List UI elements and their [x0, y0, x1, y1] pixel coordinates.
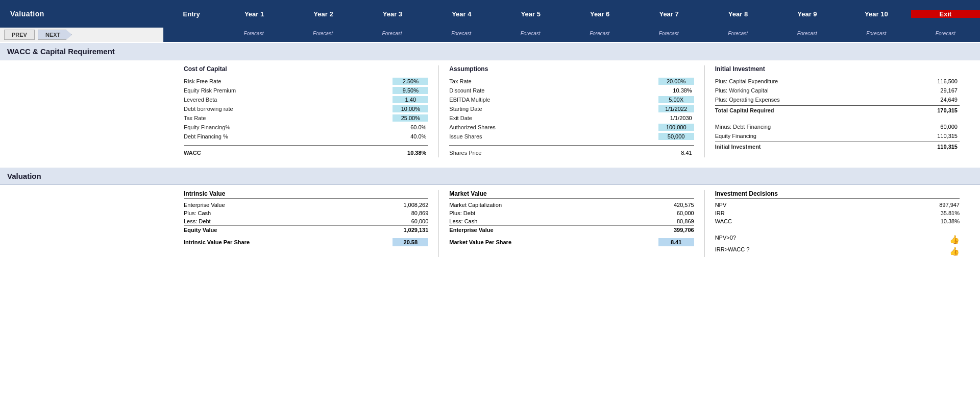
row-capex: Plus: Capital Expenditure 116,500 [715, 77, 960, 86]
spacer [715, 115, 960, 122]
row-plus-cash-intrinsic: Plus: Cash 80,869 [184, 209, 428, 217]
row-equity-financing-pct: Equity Financing% 60.0% [184, 123, 428, 132]
row-levered-beta: Levered Beta 1.40 [184, 95, 428, 104]
intrinsic-per-share-label: Intrinsic Value Per Share [184, 239, 250, 245]
valuation-content: Intrinsic Value Enterprise Value 1,008,2… [0, 185, 980, 262]
row-irr: IRR 35.81% [715, 209, 960, 217]
row-total-capital: Total Capital Required 170,315 [715, 105, 960, 115]
nav-bar: PREV NEXT [0, 28, 163, 42]
intrinsic-value-col: Intrinsic Value Enterprise Value 1,008,2… [174, 190, 438, 257]
row-enterprise-value-market: Enterprise Value 399,706 [449, 226, 694, 234]
wacc-content: Cost of Capital Risk Free Rate 2.50% Equ… [0, 60, 980, 162]
row-discount-rate: Discount Rate 10.38% [449, 86, 694, 95]
row-debt-financing: Minus: Debt Financing 60,000 [715, 122, 960, 131]
sub-forecast-4: Forecast [427, 28, 496, 42]
sub-header-cols: Forecast Forecast Forecast Forecast Fore… [163, 28, 980, 42]
row-working-capital: Plus: Working Capital 29,167 [715, 86, 960, 95]
row-exit-date: Exit Date 1/1/2030 [449, 113, 694, 123]
market-value-col: Market Value Market Capitalization 420,5… [438, 190, 704, 257]
market-per-share-row: Market Value Per Share 8.41 [449, 238, 694, 246]
header-year6: Year 6 [565, 10, 634, 18]
assumptions-title: Assumptions [449, 65, 694, 74]
row-tax-rate-wacc: Tax Rate 25.00% [184, 113, 428, 123]
cost-of-capital-block: Cost of Capital Risk Free Rate 2.50% Equ… [174, 65, 438, 157]
header-entry: Entry [163, 10, 219, 18]
header-columns: Entry Year 1 Year 2 Year 3 Year 4 Year 5… [163, 0, 980, 28]
row-authorized-shares: Authorized Shares 100,000 [449, 123, 694, 132]
header-exit: Exit [911, 10, 980, 18]
sub-forecast-6: Forecast [565, 28, 634, 42]
market-value-title: Market Value [449, 190, 694, 199]
row-wacc: WACC 10.38% [184, 148, 428, 157]
row-issue-shares: Issue Shares 50,000 [449, 132, 694, 141]
row-equity-value-intrinsic: Equity Value 1,029,131 [184, 226, 428, 234]
market-per-share-value: 8.41 [658, 238, 694, 246]
row-equity-financing: Equity Financing 110,315 [715, 131, 960, 141]
sub-forecast-5: Forecast [496, 28, 565, 42]
header-year4: Year 4 [427, 10, 496, 18]
sub-forecast-8: Forecast [703, 28, 773, 42]
row-irr-wacc: IRR>WACC ? 👍 [715, 245, 960, 257]
sub-header-wrapper: PREV NEXT Forecast Forecast Forecast For… [0, 28, 980, 42]
valuation-three-col: Intrinsic Value Enterprise Value 1,008,2… [174, 190, 970, 257]
investment-decisions-col: Investment Decisions NPV 897,947 IRR 35.… [704, 190, 970, 257]
row-starting-date: Starting Date 1/1/2022 [449, 104, 694, 113]
row-tax-rate-assumptions: Tax Rate 20.00% [449, 77, 694, 86]
sub-forecast-2: Forecast [288, 28, 358, 42]
header-year7: Year 7 [634, 10, 703, 18]
sub-forecast-exit: Forecast [911, 28, 980, 42]
row-equity-risk-premium: Equity Risk Premium 9.50% [184, 86, 428, 95]
initial-investment-block: Initial Investment Plus: Capital Expendi… [704, 65, 970, 157]
row-plus-debt-market: Plus: Debt 60,000 [449, 209, 694, 217]
row-npv-positive: NPV>0? 👍 [715, 234, 960, 245]
intrinsic-per-share-value: 20.58 [393, 238, 428, 246]
row-ebitda-multiple: EBITDA Multiple 5.00X [449, 95, 694, 104]
sub-forecast-9: Forecast [772, 28, 842, 42]
wacc-section-header: WACC & Capital Requirement [0, 43, 980, 60]
investment-decisions-title: Investment Decisions [715, 190, 960, 199]
sub-forecast-1: Forecast [219, 28, 288, 42]
row-debt-financing-pct: Debt Financing % 40.0% [184, 132, 428, 141]
row-initial-investment: Initial Investment 110,315 [715, 142, 960, 151]
row-risk-free-rate: Risk Free Rate 2.50% [184, 77, 428, 86]
initial-investment-title: Initial Investment [715, 65, 960, 74]
header: Valuation Entry Year 1 Year 2 Year 3 Yea… [0, 0, 980, 28]
sub-forecast-3: Forecast [357, 28, 427, 42]
row-enterprise-value-intrinsic: Enterprise Value 1,008,262 [184, 201, 428, 209]
row-operating-expenses: Plus: Operating Expenses 24,649 [715, 95, 960, 104]
row-npv: NPV 897,947 [715, 201, 960, 209]
valuation-section-header: Valuation [0, 168, 980, 185]
next-button[interactable]: NEXT [38, 30, 72, 40]
valuation-title: Valuation [10, 10, 44, 18]
row-shares-price: Shares Price 8.41 [449, 148, 694, 157]
prev-button[interactable]: PREV [4, 30, 35, 40]
intrinsic-per-share-row: Intrinsic Value Per Share 20.58 [184, 238, 428, 246]
header-year2: Year 2 [289, 10, 358, 18]
sub-forecast-10: Forecast [842, 28, 911, 42]
header-year1: Year 1 [219, 10, 288, 18]
header-year9: Year 9 [773, 10, 842, 18]
header-year5: Year 5 [496, 10, 565, 18]
sub-forecast-7: Forecast [634, 28, 703, 42]
header-year3: Year 3 [358, 10, 427, 18]
row-less-cash-market: Less: Cash 80,869 [449, 217, 694, 226]
sub-entry-blank [163, 28, 219, 42]
decisions-spacer [715, 225, 960, 234]
row-debt-borrowing-rate: Debt borrowing rate 10.00% [184, 104, 428, 113]
header-year8: Year 8 [703, 10, 772, 18]
cost-of-capital-title: Cost of Capital [184, 65, 428, 74]
header-title: Valuation [0, 0, 163, 28]
row-less-debt-intrinsic: Less: Debt 60,000 [184, 217, 428, 226]
assumptions-block: Assumptions Tax Rate 20.00% Discount Rat… [438, 65, 704, 157]
row-wacc-decisions: WACC 10.38% [715, 217, 960, 225]
row-market-cap: Market Capitalization 420,575 [449, 201, 694, 209]
intrinsic-value-title: Intrinsic Value [184, 190, 428, 199]
market-per-share-label: Market Value Per Share [449, 239, 511, 245]
header-year10: Year 10 [842, 10, 911, 18]
